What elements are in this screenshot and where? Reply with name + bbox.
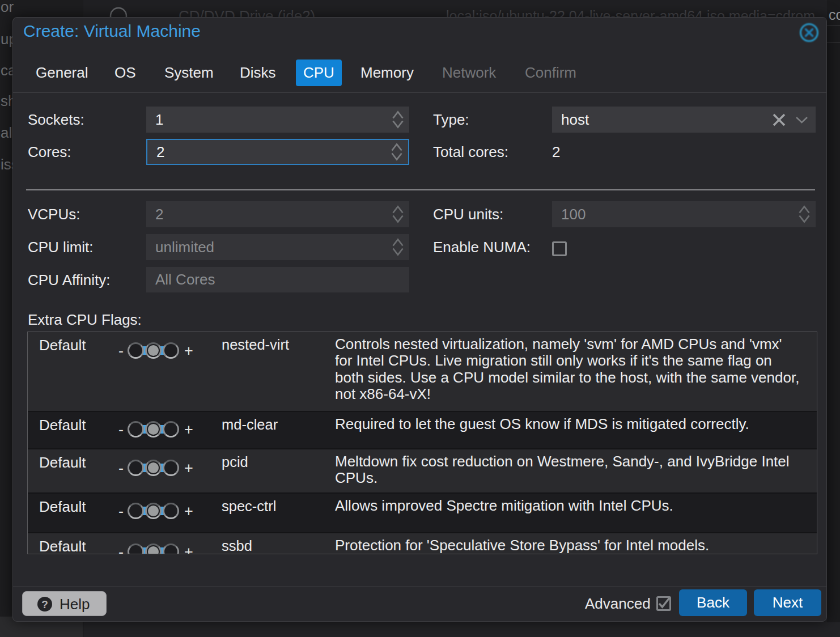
svg-text:?: ?	[41, 598, 48, 610]
